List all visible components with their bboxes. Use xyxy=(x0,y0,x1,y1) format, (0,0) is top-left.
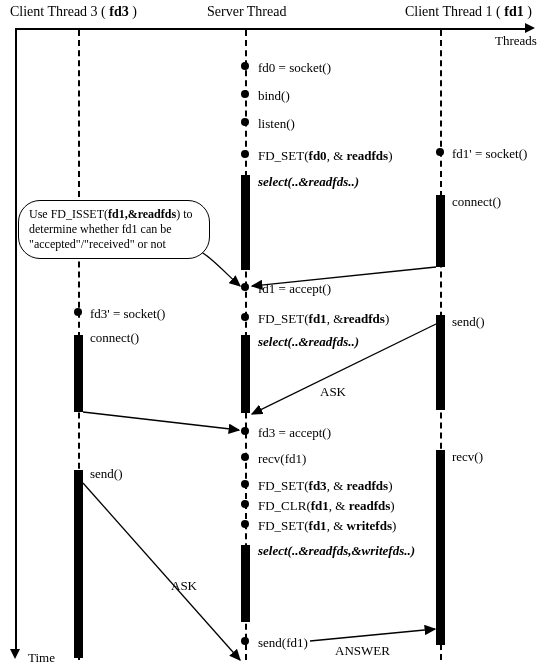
step-accept1: fd1 = accept() xyxy=(258,281,331,297)
header-client3: Client Thread 3 ( fd3 ) xyxy=(10,4,137,20)
svg-line-1 xyxy=(83,412,239,430)
dot-icon xyxy=(436,148,444,156)
activation-select1 xyxy=(241,175,250,270)
t: FD_SET( xyxy=(258,518,309,533)
step-select1: select(..&readfds..) xyxy=(258,174,359,190)
c3-socket: fd3' = socket() xyxy=(90,306,165,322)
arrow-right-icon xyxy=(525,23,535,33)
dot-icon xyxy=(241,283,249,291)
step-fdset3: FD_SET(fd3, & readfds) xyxy=(258,478,393,494)
b: readfds xyxy=(347,148,389,163)
t: Use FD_ISSET( xyxy=(29,207,108,221)
step-bind: bind() xyxy=(258,88,290,104)
msg-ask-label: ASK xyxy=(320,384,346,400)
dot-icon xyxy=(74,308,82,316)
step-send1: send(fd1) xyxy=(258,635,308,651)
step-socket: fd0 = socket() xyxy=(258,60,331,76)
dot-icon xyxy=(241,500,249,508)
b: readfds xyxy=(347,478,389,493)
c1-send: send() xyxy=(452,314,485,330)
dot-icon xyxy=(241,453,249,461)
c3-connect: connect() xyxy=(90,330,139,346)
dot-icon xyxy=(241,62,249,70)
activation-c1-connect xyxy=(436,195,445,267)
header-server: Server Thread xyxy=(207,4,286,20)
step-listen: listen() xyxy=(258,116,295,132)
t: FD_SET( xyxy=(258,478,309,493)
t: , & xyxy=(327,311,344,326)
activation-c1-send xyxy=(436,315,445,410)
t: , & xyxy=(327,478,347,493)
t: ) xyxy=(388,148,392,163)
c1-socket: fd1' = socket() xyxy=(452,146,527,162)
fd: fd3 xyxy=(109,4,128,19)
label: ) xyxy=(129,4,137,19)
svg-line-3 xyxy=(83,483,240,660)
label: Client Thread 1 ( xyxy=(405,4,504,19)
dot-icon xyxy=(241,520,249,528)
activation-select2 xyxy=(241,335,250,413)
step-accept3: fd3 = accept() xyxy=(258,425,331,441)
step-fdclr1: FD_CLR(fd1, & readfds) xyxy=(258,498,395,514)
t: ) xyxy=(385,311,389,326)
dot-icon xyxy=(241,637,249,645)
b: fd0 xyxy=(309,148,327,163)
t: ) xyxy=(392,518,396,533)
activation-c3-send xyxy=(74,470,83,658)
step-fdset0: FD_SET(fd0, & readfds) xyxy=(258,148,393,164)
c3-send: send() xyxy=(90,466,123,482)
axis-threads-label: Threads xyxy=(495,33,537,49)
c1-recv: recv() xyxy=(452,449,483,465)
t: FD_CLR( xyxy=(258,498,311,513)
svg-line-4 xyxy=(310,629,435,641)
t: , & xyxy=(327,518,347,533)
t: FD_SET( xyxy=(258,311,309,326)
fd: fd1 xyxy=(504,4,523,19)
b: fd1 xyxy=(309,518,327,533)
label: Client Thread 3 ( xyxy=(10,4,109,19)
header-client1: Client Thread 1 ( fd1 ) xyxy=(405,4,532,20)
b: fd1 xyxy=(309,311,327,326)
dot-icon xyxy=(241,118,249,126)
t: ) xyxy=(390,498,394,513)
t: , & xyxy=(329,498,349,513)
note-line3: "accepted"/"received" or not xyxy=(29,237,199,252)
arrow-down-icon xyxy=(10,649,20,659)
activation-c1-recv xyxy=(436,450,445,645)
activation-c3-connect xyxy=(74,335,83,412)
dot-icon xyxy=(241,313,249,321)
axis-threads xyxy=(15,28,525,30)
msg-ask2-label: ASK xyxy=(171,578,197,594)
t: ) to xyxy=(176,207,192,221)
dot-icon xyxy=(241,90,249,98)
dot-icon xyxy=(241,427,249,435)
activation-select3 xyxy=(241,545,250,622)
dot-icon xyxy=(241,150,249,158)
step-recv1: recv(fd1) xyxy=(258,451,306,467)
step-select2: select(..&readfds..) xyxy=(258,334,359,350)
b: fd3 xyxy=(309,478,327,493)
axis-time xyxy=(15,28,17,653)
step-select3: select(..&readfds,&writefds..) xyxy=(258,543,415,559)
t: FD_SET( xyxy=(258,148,309,163)
note-line2: determine whether fd1 can be xyxy=(29,222,199,237)
note-bubble: Use FD_ISSET(fd1,&readfds) to determine … xyxy=(18,200,210,259)
dot-icon xyxy=(241,480,249,488)
b: fd1,&readfds xyxy=(108,207,176,221)
label: ) xyxy=(524,4,532,19)
b: writefds xyxy=(347,518,393,533)
c1-connect: connect() xyxy=(452,194,501,210)
t: , & xyxy=(327,148,347,163)
b: readfds xyxy=(343,311,385,326)
b: readfds xyxy=(349,498,391,513)
step-fdset1: FD_SET(fd1, &readfds) xyxy=(258,311,389,327)
t: ) xyxy=(388,478,392,493)
b: fd1 xyxy=(311,498,329,513)
msg-answer-label: ANSWER xyxy=(335,643,390,659)
step-fdset1w: FD_SET(fd1, & writefds) xyxy=(258,518,396,534)
axis-time-label: Time xyxy=(28,650,55,666)
note-line1: Use FD_ISSET(fd1,&readfds) to xyxy=(29,207,199,222)
